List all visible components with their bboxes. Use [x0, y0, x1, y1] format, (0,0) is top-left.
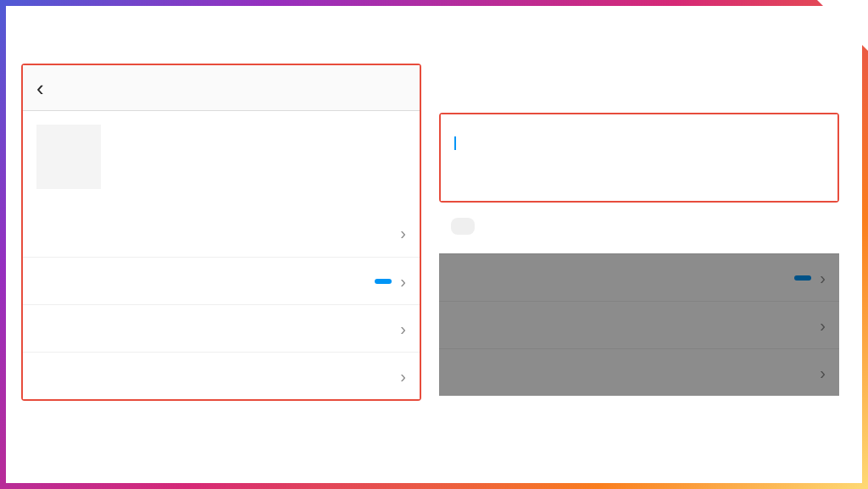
new-badge	[375, 279, 392, 284]
caption-row[interactable]	[23, 111, 420, 203]
back-icon[interactable]: ‹	[36, 77, 44, 99]
chevron-right-icon: ›	[400, 368, 406, 385]
right-header	[439, 64, 839, 109]
chevron-right-icon: ›	[400, 225, 406, 242]
chevron-right-icon: ›	[820, 364, 826, 381]
chip-row	[439, 203, 839, 253]
row-location-dim[interactable]: ›	[439, 301, 839, 348]
chevron-right-icon: ›	[820, 270, 826, 286]
row-audience[interactable]: ›	[23, 257, 420, 304]
text-cursor-icon	[454, 136, 456, 150]
post-thumbnail[interactable]	[36, 125, 101, 189]
row-music[interactable]: ›	[23, 352, 420, 399]
right-highlight-box	[439, 113, 839, 203]
row-music-dim[interactable]: ›	[439, 348, 839, 396]
new-badge-dim	[794, 275, 811, 281]
dimmed-section: › › ›	[439, 253, 839, 396]
chevron-right-icon: ›	[400, 320, 406, 337]
row-location[interactable]: ›	[23, 304, 420, 352]
caption-input[interactable]	[441, 114, 837, 201]
row-audience-dim[interactable]: ›	[439, 253, 839, 301]
chevron-right-icon: ›	[400, 273, 406, 290]
left-header: ‹	[23, 65, 420, 111]
survey-chip[interactable]	[451, 218, 475, 235]
left-highlight-box: ‹ › › › ›	[21, 64, 421, 401]
row-tag-people[interactable]: ›	[23, 209, 420, 257]
chevron-right-icon: ›	[820, 317, 826, 334]
